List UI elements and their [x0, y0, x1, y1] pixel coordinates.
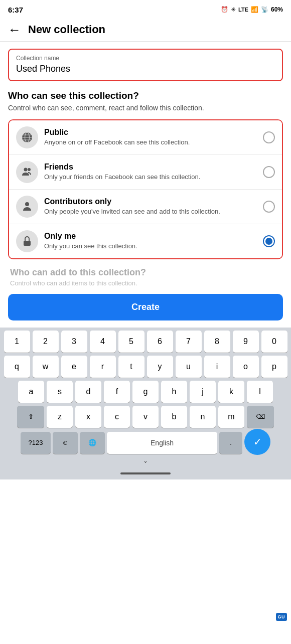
- done-key[interactable]: ✓: [244, 429, 270, 455]
- option-friends[interactable]: Friends Only your friends on Facebook ca…: [9, 155, 282, 190]
- contributors-label: Contributors only: [44, 197, 263, 206]
- key-i[interactable]: i: [204, 356, 230, 378]
- contributors-icon-wrap: [16, 196, 38, 218]
- emoji-key[interactable]: ☺: [53, 432, 78, 454]
- key-y[interactable]: y: [147, 356, 173, 378]
- key-o[interactable]: o: [233, 356, 259, 378]
- svg-point-6: [28, 168, 31, 171]
- key-x[interactable]: x: [75, 406, 101, 428]
- keyboard-row-zxcv: ⇧ z x c v b n m ⌫: [2, 406, 289, 428]
- only-me-icon-wrap: [16, 230, 38, 252]
- option-only-me[interactable]: Only me Only you can see this collection…: [9, 224, 282, 258]
- only-me-radio[interactable]: [263, 235, 275, 247]
- key-f[interactable]: f: [104, 381, 130, 403]
- home-indicator: [120, 472, 171, 474]
- status-icons: ⏰ ✳ LTE 📶 📡 60%: [221, 6, 283, 13]
- chevron-row: ˅: [2, 458, 289, 469]
- key-n[interactable]: n: [190, 406, 216, 428]
- key-p[interactable]: p: [261, 356, 287, 378]
- key-1[interactable]: 1: [4, 331, 30, 353]
- keyboard-row-asdf: a s d f g h j k l: [2, 381, 289, 403]
- back-button[interactable]: ←: [8, 23, 21, 36]
- key-j[interactable]: j: [190, 381, 216, 403]
- key-0[interactable]: 0: [261, 331, 287, 353]
- key-u[interactable]: u: [176, 356, 202, 378]
- keyboard-row-bottom: ?123 ☺ 🌐 English . ✓: [2, 431, 289, 455]
- friends-desc: Only your friends on Facebook can see th…: [44, 173, 200, 181]
- shift-key[interactable]: ⇧: [17, 406, 44, 428]
- public-desc: Anyone on or off Facebook can see this c…: [44, 138, 190, 146]
- key-l[interactable]: l: [247, 381, 273, 403]
- globe-icon: [21, 131, 33, 143]
- friends-icon-wrap: [16, 161, 38, 183]
- only-me-desc: Only you can see this collection.: [44, 242, 137, 250]
- collection-name-label: Collection name: [16, 55, 275, 62]
- add-section: Who can add to this collection? Control …: [8, 267, 283, 287]
- period-key[interactable]: .: [219, 432, 242, 454]
- sym-key[interactable]: ?123: [21, 432, 51, 454]
- chevron-down-icon[interactable]: ˅: [143, 460, 148, 469]
- signal-icon: 📡: [261, 6, 268, 13]
- key-3[interactable]: 3: [61, 331, 87, 353]
- key-h[interactable]: h: [161, 381, 187, 403]
- only-me-label: Only me: [44, 232, 263, 241]
- key-2[interactable]: 2: [33, 331, 59, 353]
- friends-radio[interactable]: [263, 166, 275, 178]
- key-d[interactable]: d: [75, 381, 101, 403]
- collection-name-input[interactable]: [16, 64, 275, 74]
- top-bar: ← New collection: [0, 18, 291, 42]
- bottom-nav: [2, 469, 289, 479]
- radio-selected-dot: [265, 238, 272, 245]
- only-me-text: Only me Only you can see this collection…: [44, 232, 263, 251]
- key-9[interactable]: 9: [233, 331, 259, 353]
- public-radio[interactable]: [263, 131, 275, 143]
- svg-rect-8: [24, 241, 31, 246]
- option-public[interactable]: Public Anyone on or off Facebook can see…: [9, 120, 282, 155]
- page-title: New collection: [28, 23, 105, 36]
- key-g[interactable]: g: [132, 381, 159, 403]
- visibility-title: Who can see this collection?: [8, 90, 283, 101]
- key-c[interactable]: c: [104, 406, 130, 428]
- bluetooth-icon: ✳: [231, 6, 236, 13]
- friends-text: Friends Only your friends on Facebook ca…: [44, 163, 263, 182]
- add-section-subtitle: Control who can add items to this collec…: [10, 279, 281, 287]
- main-content: Collection name Who can see this collect…: [0, 42, 291, 328]
- collection-name-box[interactable]: Collection name: [8, 49, 283, 81]
- visibility-options-box: Public Anyone on or off Facebook can see…: [8, 119, 283, 259]
- globe-key[interactable]: 🌐: [80, 432, 105, 454]
- add-section-title: Who can add to this collection?: [10, 267, 281, 278]
- key-z[interactable]: z: [47, 406, 73, 428]
- public-text: Public Anyone on or off Facebook can see…: [44, 128, 263, 147]
- key-v[interactable]: v: [132, 406, 159, 428]
- backspace-key[interactable]: ⌫: [247, 406, 274, 428]
- key-q[interactable]: q: [4, 356, 30, 378]
- key-w[interactable]: w: [33, 356, 59, 378]
- public-icon-wrap: [16, 126, 38, 148]
- key-a[interactable]: a: [18, 381, 44, 403]
- key-8[interactable]: 8: [204, 331, 230, 353]
- option-contributors[interactable]: Contributors only Only people you've inv…: [9, 190, 282, 224]
- key-m[interactable]: m: [218, 406, 244, 428]
- key-4[interactable]: 4: [90, 331, 116, 353]
- space-key[interactable]: English: [107, 432, 217, 454]
- contributor-icon: [21, 201, 33, 213]
- key-b[interactable]: b: [161, 406, 187, 428]
- key-r[interactable]: r: [90, 356, 116, 378]
- svg-point-7: [25, 202, 29, 206]
- friends-icon: [21, 166, 33, 178]
- keyboard-row-qwerty: q w e r t y u i o p: [2, 356, 289, 378]
- key-7[interactable]: 7: [176, 331, 202, 353]
- lock-icon: [21, 235, 33, 247]
- key-6[interactable]: 6: [147, 331, 173, 353]
- friends-label: Friends: [44, 163, 263, 172]
- key-s[interactable]: s: [47, 381, 73, 403]
- wifi-icon: 📶: [251, 6, 258, 13]
- contributors-radio[interactable]: [263, 201, 275, 213]
- key-5[interactable]: 5: [118, 331, 144, 353]
- create-button[interactable]: Create: [8, 294, 283, 320]
- key-t[interactable]: t: [118, 356, 144, 378]
- public-label: Public: [44, 128, 263, 137]
- key-k[interactable]: k: [218, 381, 244, 403]
- key-e[interactable]: e: [61, 356, 87, 378]
- battery-indicator: 60%: [271, 6, 283, 13]
